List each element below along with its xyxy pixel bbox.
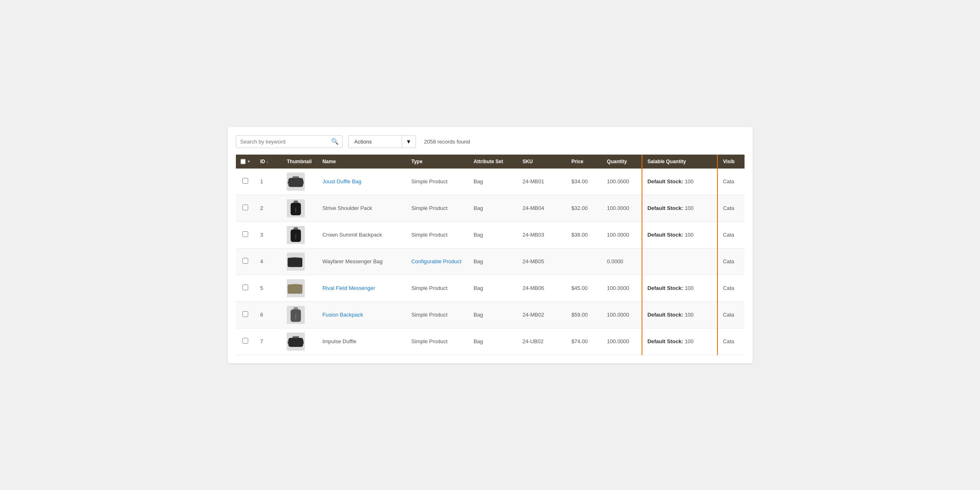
svg-rect-0	[288, 178, 303, 187]
row-quantity: 100.0000	[602, 328, 642, 355]
row-name: Crown Summit Backpack	[318, 221, 407, 248]
col-header-salable-quantity[interactable]: Salable Quantity	[642, 155, 717, 169]
row-salable-quantity: Default Stock: 100	[642, 275, 717, 301]
svg-rect-23	[302, 341, 304, 344]
col-header-name[interactable]: Name	[318, 155, 407, 169]
row-quantity: 100.0000	[602, 169, 642, 195]
row-quantity: 0.0000	[602, 248, 642, 275]
row-sku: 24-MB03	[518, 221, 567, 248]
row-salable-quantity: Default Stock: 100	[642, 195, 717, 221]
row-visibility: Cata	[717, 221, 744, 248]
row-thumbnail	[282, 195, 318, 221]
sort-icon: ↓	[267, 160, 269, 164]
check-all-arrow-icon[interactable]: ▼	[247, 160, 251, 164]
row-name[interactable]: Rival Field Messenger	[318, 275, 407, 301]
table-row: 7 Impulse DuffleSimple ProductBag24-UB02…	[236, 328, 745, 355]
row-thumbnail	[282, 328, 318, 355]
actions-select[interactable]: Actions	[348, 135, 402, 148]
row-type[interactable]: Configurable Product	[407, 248, 469, 275]
row-name: Wayfarer Messenger Bag	[318, 248, 407, 275]
row-checkbox[interactable]	[242, 338, 248, 344]
row-quantity: 100.0000	[602, 275, 642, 301]
row-salable-quantity: Default Stock: 100	[642, 169, 717, 195]
table-row: 3 Crown Summit BackpackSimple ProductBag…	[236, 221, 745, 248]
table-header-row: ▼ ID ↓ Thumbnail Name Type Attribute Set…	[236, 155, 745, 169]
row-price: $32.00	[567, 195, 602, 221]
row-visibility: Cata	[717, 275, 744, 301]
col-header-quantity[interactable]: Quantity	[602, 155, 642, 169]
select-all-checkbox[interactable]	[240, 159, 246, 164]
row-checkbox-cell	[236, 275, 256, 301]
col-header-id[interactable]: ID ↓	[255, 155, 282, 169]
table-row: 2 Strive Shoulder PackSimple ProductBag2…	[236, 195, 745, 221]
actions-dropdown-button[interactable]: ▼	[402, 135, 416, 148]
main-container: 🔍 Actions ▼ 2058 records found ▼	[228, 127, 753, 363]
svg-rect-22	[288, 341, 290, 344]
row-sku: 24-MB05	[518, 248, 567, 275]
row-checkbox[interactable]	[242, 205, 248, 210]
row-checkbox-cell	[236, 248, 256, 275]
col-header-sku[interactable]: SKU	[518, 155, 567, 169]
row-checkbox[interactable]	[242, 311, 248, 317]
row-thumbnail	[282, 301, 318, 328]
row-name[interactable]: Joust Duffle Bag	[318, 169, 407, 195]
col-header-thumbnail: Thumbnail	[282, 155, 318, 169]
row-attribute-set: Bag	[468, 221, 517, 248]
toolbar: 🔍 Actions ▼ 2058 records found	[236, 135, 745, 148]
salable-label: Default Stock:	[647, 178, 683, 185]
search-input[interactable]	[236, 135, 343, 148]
row-sku: 24-MB04	[518, 195, 567, 221]
row-salable-quantity: Default Stock: 100	[642, 328, 717, 355]
row-price: $45.00	[567, 275, 602, 301]
row-name-link[interactable]: Fusion Backpack	[322, 312, 363, 318]
row-id: 3	[255, 221, 282, 248]
col-header-type[interactable]: Type	[407, 155, 469, 169]
row-quantity: 100.0000	[602, 301, 642, 328]
row-checkbox[interactable]	[242, 258, 248, 264]
row-attribute-set: Bag	[468, 248, 517, 275]
row-id: 4	[255, 248, 282, 275]
table-row: 6 Fusion BackpackSimple ProductBag24-MB0…	[236, 301, 745, 328]
row-attribute-set: Bag	[468, 328, 517, 355]
col-header-visibility[interactable]: Visib	[717, 155, 744, 169]
row-checkbox-cell	[236, 328, 256, 355]
svg-rect-2	[288, 181, 290, 184]
row-id: 6	[255, 301, 282, 328]
row-name-link[interactable]: Joust Duffle Bag	[322, 178, 361, 185]
row-quantity: 100.0000	[602, 221, 642, 248]
row-sku: 24-MB06	[518, 275, 567, 301]
row-checkbox-cell	[236, 195, 256, 221]
row-name-link[interactable]: Rival Field Messenger	[322, 285, 375, 291]
row-price: $34.00	[567, 169, 602, 195]
row-checkbox[interactable]	[242, 178, 248, 184]
svg-rect-21	[292, 336, 299, 339]
row-visibility: Cata	[717, 169, 744, 195]
table-row: 1 Joust Duffle BagSimple ProductBag24-MB…	[236, 169, 745, 195]
row-salable-quantity: Default Stock: 100	[642, 301, 717, 328]
salable-label: Default Stock:	[647, 338, 683, 344]
row-visibility: Cata	[717, 248, 744, 275]
search-wrap: 🔍	[236, 135, 343, 148]
col-header-check: ▼	[236, 155, 256, 169]
row-type: Simple Product	[407, 195, 469, 221]
row-checkbox[interactable]	[242, 231, 248, 237]
row-type: Simple Product	[407, 301, 469, 328]
svg-rect-13	[291, 260, 299, 264]
row-name[interactable]: Fusion Backpack	[318, 301, 407, 328]
row-checkbox[interactable]	[242, 285, 248, 290]
svg-rect-1	[292, 176, 299, 179]
col-header-price[interactable]: Price	[567, 155, 602, 169]
row-price: $59.00	[567, 301, 602, 328]
svg-rect-5	[294, 201, 298, 203]
row-checkbox-cell	[236, 169, 256, 195]
svg-rect-3	[302, 181, 304, 184]
row-type-link[interactable]: Configurable Product	[411, 258, 461, 264]
row-attribute-set: Bag	[468, 301, 517, 328]
table-row: 4 Wayfarer Messenger BagConfigurable Pro…	[236, 248, 745, 275]
row-visibility: Cata	[717, 328, 744, 355]
row-price: $38.00	[567, 221, 602, 248]
records-count: 2058 records found	[424, 139, 470, 145]
row-price	[567, 248, 602, 275]
col-header-attribute-set[interactable]: Attribute Set	[468, 155, 517, 169]
row-attribute-set: Bag	[468, 195, 517, 221]
